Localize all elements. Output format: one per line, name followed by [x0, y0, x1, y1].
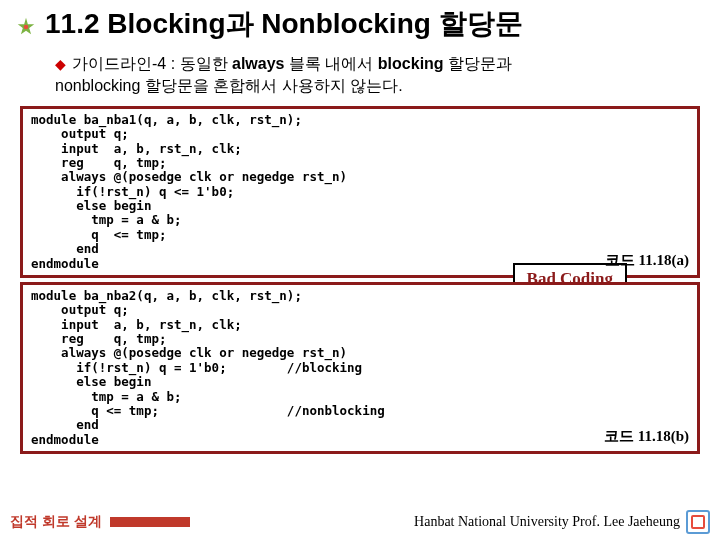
code-block-1: module ba_nba1(q, a, b, clk, rst_n); out… — [20, 106, 700, 278]
university-logo-icon — [686, 510, 710, 534]
bullet-icon: ◆ — [55, 56, 66, 72]
code-text-2: module ba_nba2(q, a, b, clk, rst_n); out… — [31, 289, 689, 447]
guideline-text: ◆가이드라인-4 : 동일한 always 블록 내에서 blocking 할당… — [55, 53, 705, 98]
code-text-1: module ba_nba1(q, a, b, clk, rst_n); out… — [31, 113, 689, 271]
star-icon — [15, 13, 37, 35]
code-block-2: module ba_nba2(q, a, b, clk, rst_n); out… — [20, 282, 700, 454]
title-text: 11.2 Blocking과 Nonblocking 할당문 — [45, 5, 523, 43]
svg-point-0 — [24, 25, 29, 30]
code-label-1: 코드 11.18(a) — [605, 252, 689, 269]
page-title: 11.2 Blocking과 Nonblocking 할당문 — [15, 5, 705, 43]
footer-bar — [110, 517, 190, 527]
footer-left-text: 집적 회로 설계 — [10, 513, 102, 531]
footer-right-text: Hanbat National University Prof. Lee Jae… — [414, 514, 680, 530]
footer: 집적 회로 설계 Hanbat National University Prof… — [0, 510, 720, 534]
code-label-2: 코드 11.18(b) — [604, 428, 689, 445]
